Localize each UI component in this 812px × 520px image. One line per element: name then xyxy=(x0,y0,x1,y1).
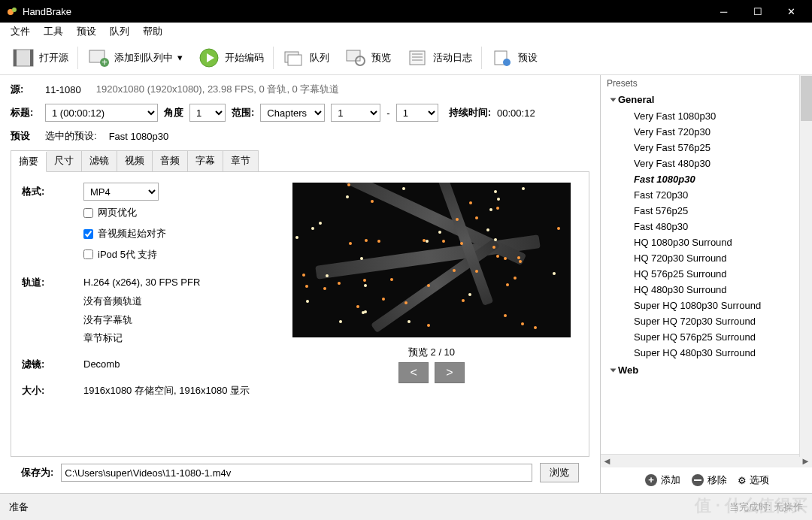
maximize-button[interactable]: ☐ xyxy=(741,0,774,23)
preset-item[interactable]: Very Fast 1080p30 xyxy=(604,108,809,124)
preset-item[interactable]: HQ 576p25 Surround xyxy=(604,266,809,282)
preset-selected-label: 选中的预设: xyxy=(45,129,97,143)
size-label: 大小: xyxy=(22,382,83,398)
app-icon xyxy=(6,5,18,17)
activity-log-button[interactable]: 活动日志 xyxy=(400,44,478,72)
preset-item[interactable]: Fast 480p30 xyxy=(604,219,809,234)
source-label: 源: xyxy=(11,83,39,96)
tab-video[interactable]: 视频 xyxy=(117,151,153,171)
scroll-left[interactable]: ◄ xyxy=(601,455,614,467)
menu-presets[interactable]: 预设 xyxy=(71,23,102,40)
svg-point-19 xyxy=(503,59,511,66)
presets-button[interactable]: 预设 xyxy=(485,44,544,72)
svg-point-1 xyxy=(12,8,17,12)
preset-remove-button[interactable]: 移除 xyxy=(691,473,727,487)
preview-prev-button[interactable]: < xyxy=(398,362,429,383)
preview-icon xyxy=(344,47,367,69)
preset-item[interactable]: Super HQ 576p25 Surround xyxy=(604,329,809,345)
tab-chapter[interactable]: 章节 xyxy=(223,151,258,171)
preset-item[interactable]: Fast 720p30 xyxy=(604,187,809,203)
close-button[interactable]: ✕ xyxy=(774,0,808,23)
preset-label: 预设 xyxy=(11,129,39,143)
preset-add-button[interactable]: + 添加 xyxy=(644,473,680,487)
preset-item[interactable]: Very Fast 480p30 xyxy=(604,156,809,171)
presets-icon xyxy=(491,47,514,69)
save-path-input[interactable] xyxy=(61,464,532,482)
format-select[interactable]: MP4 xyxy=(83,183,159,201)
tab-filter[interactable]: 滤镜 xyxy=(82,151,117,171)
svg-text:+: + xyxy=(648,474,654,485)
queue-button[interactable]: 队列 xyxy=(277,44,335,72)
tracks-audio: 没有音频轨道 xyxy=(83,292,270,311)
queue-icon xyxy=(283,47,305,69)
angle-label: 角度 xyxy=(164,106,183,119)
browse-button[interactable]: 浏览 xyxy=(540,463,579,482)
scrollbar-thumb[interactable] xyxy=(801,76,812,121)
format-label: 格式: xyxy=(22,183,83,198)
minimize-button[interactable]: ─ xyxy=(707,0,741,23)
angle-select[interactable]: 1 xyxy=(189,104,226,122)
menu-queue[interactable]: 队列 xyxy=(104,23,135,40)
preview-button[interactable]: 预览 xyxy=(338,44,397,72)
menu-help[interactable]: 帮助 xyxy=(137,23,168,40)
filter-label: 滤镜: xyxy=(22,355,83,371)
preview-next-button[interactable]: > xyxy=(435,362,465,383)
source-info: 1920x1080 (1920x1080), 23.98 FPS, 0 音轨, … xyxy=(96,83,340,96)
preset-value: Fast 1080p30 xyxy=(109,131,169,142)
presets-header: Presets xyxy=(601,75,812,90)
range-label: 范围: xyxy=(232,106,254,119)
tab-subtitle[interactable]: 字幕 xyxy=(188,151,223,171)
app-title: HandBrake xyxy=(23,6,71,17)
open-source-button[interactable]: 打开源 xyxy=(6,44,74,72)
preset-item[interactable]: Very Fast 576p25 xyxy=(604,140,809,156)
preset-item[interactable]: HQ 480p30 Surround xyxy=(604,282,809,298)
preset-item[interactable]: Fast 1080p30 xyxy=(604,171,809,187)
preset-group[interactable]: Web xyxy=(604,361,809,379)
add-to-queue-button[interactable]: + 添加到队列中 ▾ xyxy=(81,44,189,72)
svg-text:+: + xyxy=(102,56,108,67)
preset-group[interactable]: General xyxy=(604,90,809,108)
when-done-value: 无操作 xyxy=(774,501,803,512)
preset-item[interactable]: HQ 720p30 Surround xyxy=(604,250,809,266)
tab-audio[interactable]: 音频 xyxy=(153,151,188,171)
when-done-label: 当完成时: xyxy=(729,501,771,512)
title-select[interactable]: 1 (00:00:12) xyxy=(45,104,158,122)
gear-icon: ⚙ xyxy=(738,475,747,486)
preset-item[interactable]: Super HQ 720p30 Surround xyxy=(604,313,809,329)
film-icon xyxy=(12,47,35,69)
preview-image xyxy=(292,183,571,337)
menu-file[interactable]: 文件 xyxy=(5,23,36,40)
preset-options-button[interactable]: ⚙ 选项 xyxy=(738,473,769,487)
add-queue-icon: + xyxy=(87,47,110,69)
status-ready: 准备 xyxy=(9,500,29,514)
preview-label: 预览 2 / 10 xyxy=(285,346,578,359)
filter-value: Decomb xyxy=(83,355,270,374)
range-type-select[interactable]: Chapters xyxy=(260,104,325,122)
preset-item[interactable]: Super HQ 1080p30 Surround xyxy=(604,298,809,313)
tab-size[interactable]: 尺寸 xyxy=(47,151,82,171)
preset-item[interactable]: Very Fast 720p30 xyxy=(604,124,809,140)
chevron-down-icon: ▾ xyxy=(177,52,183,63)
svg-rect-3 xyxy=(14,50,17,66)
log-icon xyxy=(406,47,429,69)
tracks-sub: 没有字幕轨 xyxy=(83,311,270,330)
tab-summary[interactable]: 摘要 xyxy=(11,152,47,172)
duration-label: 持续时间: xyxy=(449,106,491,119)
preset-list[interactable]: GeneralVery Fast 1080p30Very Fast 720p30… xyxy=(601,90,812,454)
save-label: 保存为: xyxy=(21,466,53,479)
av-sync-checkbox[interactable] xyxy=(83,229,93,239)
start-encode-button[interactable]: 开始编码 xyxy=(192,44,270,72)
title-label: 标题: xyxy=(11,106,39,119)
menu-tools[interactable]: 工具 xyxy=(38,23,69,40)
svg-rect-23 xyxy=(694,479,701,481)
tracks-chapter: 章节标记 xyxy=(83,329,270,348)
svg-rect-11 xyxy=(288,55,301,65)
web-optimize-checkbox[interactable] xyxy=(83,208,93,218)
preset-item[interactable]: Fast 576p25 xyxy=(604,203,809,219)
preset-item[interactable]: Super HQ 480p30 Surround xyxy=(604,345,809,361)
range-start-select[interactable]: 1 xyxy=(331,104,380,122)
range-end-select[interactable]: 1 xyxy=(396,104,438,122)
ipod-support-checkbox[interactable] xyxy=(83,249,93,259)
source-name: 11-1080 xyxy=(45,84,81,95)
preset-item[interactable]: HQ 1080p30 Surround xyxy=(604,234,809,250)
